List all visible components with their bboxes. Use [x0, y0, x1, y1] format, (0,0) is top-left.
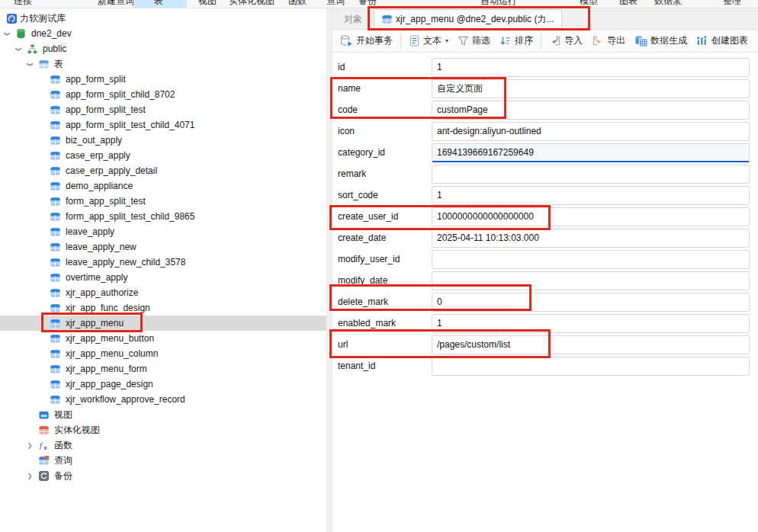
tree-item-app_form_split[interactable]: app_form_split	[0, 72, 326, 87]
tree-item-xjr_app_menu[interactable]: xjr_app_menu	[0, 316, 326, 331]
main-toolbar-button-clipped[interactable]: 表	[154, 0, 163, 8]
field-value-name[interactable]: 自定义页面	[432, 79, 750, 98]
field-value-remark[interactable]	[432, 165, 750, 184]
tree-item-app_form_split_test[interactable]: app_form_split_test	[0, 102, 326, 117]
data-generation-button[interactable]: 数据生成	[630, 32, 692, 50]
main-toolbar-button-clipped[interactable]: 查询	[326, 0, 345, 8]
field-name-label: remark	[332, 168, 432, 179]
main-toolbar-button-clipped[interactable]: 图表	[619, 0, 638, 8]
tree-item-xjr_workflow_approve_record[interactable]: xjr_workflow_approve_record	[0, 392, 326, 407]
field-value-create_date[interactable]: 2025-04-11 10:13:03.000	[432, 229, 750, 248]
tree-item-xjr_app_func_design[interactable]: xjr_app_func_design	[0, 300, 326, 316]
import-button[interactable]: 导入	[544, 32, 587, 50]
dropdown-caret-icon[interactable]: ▾	[445, 37, 448, 44]
tree-item-app_form_split_child_8702[interactable]: app_form_split_child_8702	[0, 87, 326, 102]
tab-label: xjr_app_menu @dne2_dev.public (力...	[396, 13, 554, 26]
postgres-icon	[6, 13, 17, 24]
sort-button[interactable]: 排序	[495, 32, 538, 50]
field-row-modify_date: modify_date	[332, 270, 758, 291]
tree-item-case_erp_apply_detail[interactable]: case_erp_apply_detail	[0, 163, 326, 178]
create-chart-button[interactable]: 创建图表	[692, 32, 753, 50]
tree-item-label: overtime_apply	[66, 272, 127, 283]
export-button[interactable]: 导出	[587, 32, 630, 50]
field-value-url[interactable]: /pages/custom/list	[432, 335, 750, 354]
main-toolbar-button-clipped[interactable]: 新建查询	[98, 0, 134, 8]
chevron-down-icon[interactable]: ❯	[4, 30, 11, 37]
main-toolbar-button-clipped[interactable]: 模型	[580, 0, 598, 8]
tab-objects[interactable]: 对象	[332, 9, 374, 29]
tree-item-label: app_form_split_child_8702	[66, 89, 175, 100]
tree-item-xjr_app_menu_button[interactable]: xjr_app_menu_button	[0, 331, 326, 346]
tab-table-data-active[interactable]: xjr_app_menu @dne2_dev.public (力...	[374, 9, 562, 29]
tree-item--[interactable]: 视图	[0, 407, 326, 422]
field-value-modify_user_id[interactable]	[432, 250, 750, 269]
chevron-down-icon[interactable]: ❯	[27, 60, 34, 68]
tree-item-case_erp_apply[interactable]: case_erp_apply	[0, 148, 326, 163]
chevron-down-icon[interactable]: ❯	[15, 45, 22, 53]
tree-item--[interactable]: 实体化视图	[0, 422, 326, 437]
chart-icon	[696, 35, 708, 46]
field-value-delete_mark[interactable]: 0	[432, 293, 750, 312]
tree-item-xjr_app_menu_column[interactable]: xjr_app_menu_column	[0, 346, 326, 361]
chevron-right-icon[interactable]: ❯	[26, 473, 34, 479]
field-value-category_id[interactable]: 1694139669167259649	[432, 143, 750, 162]
field-value-code[interactable]: customPage	[432, 101, 750, 120]
main-toolbar-button-clipped[interactable]: 自动运行	[480, 0, 517, 8]
field-value-sort_code[interactable]: 1	[432, 186, 750, 205]
field-value-enabled_mark[interactable]: 1	[432, 314, 750, 333]
main-toolbar-button-clipped[interactable]: 数据泵	[654, 0, 682, 8]
tree-item-label: form_app_split_test_child_9865	[66, 211, 194, 222]
field-value-tenant_id[interactable]	[432, 357, 750, 376]
tree-item-xjr_app_menu_form[interactable]: xjr_app_menu_form	[0, 361, 326, 377]
text-view-button[interactable]: 文本▾	[404, 32, 453, 50]
tree-item--[interactable]: ❯备份	[0, 468, 326, 483]
field-row-remark: remark	[332, 163, 758, 184]
chevron-right-icon[interactable]: ❯	[26, 442, 34, 449]
main-toolbar-button-clipped[interactable]: 备份	[358, 0, 377, 8]
field-value-id[interactable]: 1	[432, 58, 750, 77]
field-value-icon[interactable]: ant-design:aliyun-outlined	[432, 122, 750, 141]
main-toolbar-button-clipped[interactable]: 函数	[288, 0, 307, 8]
tree-item-leave_apply_new_child_3578[interactable]: leave_apply_new_child_3578	[0, 255, 326, 270]
tree-item-dne2_dev[interactable]: ❯dne2_dev	[0, 26, 326, 41]
toolbar-button-label: 导入	[564, 34, 583, 47]
view-icon	[38, 409, 49, 420]
tree-item-app_form_split_test_child_4071[interactable]: app_form_split_test_child_4071	[0, 117, 326, 133]
tablefolder-icon	[38, 59, 49, 69]
begin-transaction-button[interactable]: 开始事务	[336, 32, 397, 50]
tree-item-leave_apply[interactable]: leave_apply	[0, 224, 326, 239]
tree-item-label: xjr_workflow_approve_record	[66, 394, 185, 405]
field-value-create_user_id[interactable]: 1000000000000000000	[432, 207, 750, 226]
main-toolbar-button-clipped[interactable]: 整理	[723, 0, 741, 8]
table-icon	[50, 348, 60, 359]
tree-item-label: 备份	[54, 470, 72, 482]
toolbar-button-label: 创建图表	[711, 34, 748, 47]
table-icon	[50, 74, 60, 85]
main-toolbar-button-clipped[interactable]: 实体化视图	[229, 0, 275, 8]
tree-item--[interactable]: ❯表	[0, 56, 326, 72]
field-name-label: category_id	[332, 147, 432, 158]
tree-item-leave_apply_new[interactable]: leave_apply_new	[0, 239, 326, 255]
tree-item-biz_out_apply[interactable]: biz_out_apply	[0, 133, 326, 148]
tree-item-xjr_app_page_design[interactable]: xjr_app_page_design	[0, 377, 326, 392]
matview-icon	[38, 425, 49, 435]
transaction-icon	[340, 35, 353, 46]
tree-item-form_app_split_test[interactable]: form_app_split_test	[0, 194, 326, 209]
filter-button[interactable]: 筛选	[453, 32, 495, 50]
toolbar-button-label: 开始事务	[356, 34, 393, 47]
tree-item-demo_appliance[interactable]: demo_appliance	[0, 178, 326, 194]
tree-item-public[interactable]: ❯public	[0, 41, 326, 56]
tree-item-form_app_split_test_child_9865[interactable]: form_app_split_test_child_9865	[0, 209, 326, 224]
tree-item--[interactable]: ❯fx函数	[0, 437, 326, 453]
table-icon	[50, 242, 60, 252]
main-toolbar-button-clipped[interactable]: 视图	[198, 0, 217, 8]
field-value-modify_date[interactable]	[432, 271, 750, 290]
tree-item--[interactable]: 力软测试库	[0, 11, 326, 26]
main-toolbar-button-clipped[interactable]: 连接	[14, 0, 32, 8]
tab-bar: 对象xjr_app_menu @dne2_dev.public (力...	[332, 8, 758, 30]
panel-splitter[interactable]	[326, 8, 332, 532]
tree-item-label: xjr_app_menu	[66, 318, 124, 328]
tree-item-overtime_apply[interactable]: overtime_apply	[0, 270, 326, 285]
tree-item-xjr_app_authorize[interactable]: xjr_app_authorize	[0, 285, 326, 300]
tree-item--[interactable]: 查询	[0, 453, 326, 468]
